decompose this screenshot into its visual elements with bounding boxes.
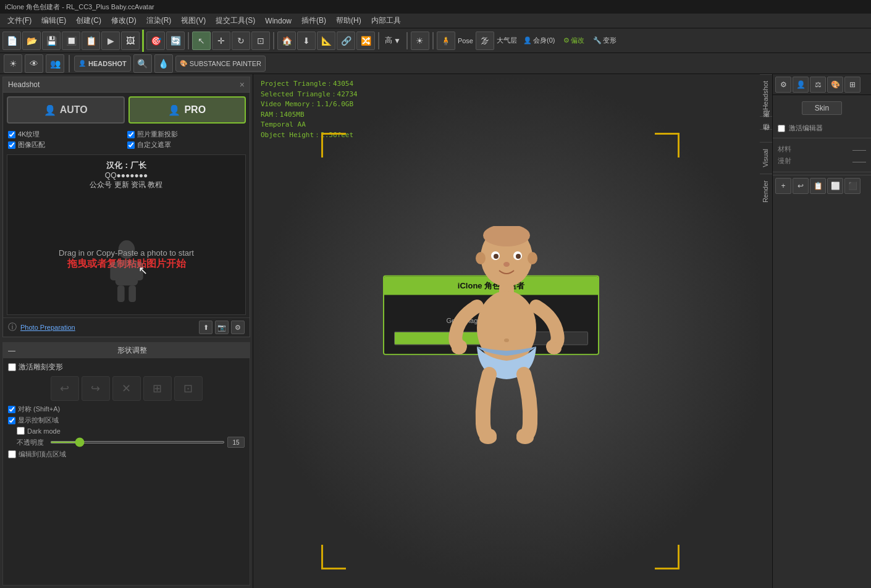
prep-icon-camera[interactable]: 📷: [215, 321, 229, 334]
tab-headshot[interactable]: Headshot: [760, 74, 772, 116]
prep-icon-upload[interactable]: ⬆: [199, 321, 212, 334]
toolbar-icon12[interactable]: 🔗: [337, 32, 355, 50]
svg-point-21: [516, 432, 534, 444]
right-tb-icon2[interactable]: 👤: [793, 77, 809, 93]
menu-plugin[interactable]: 插件(B): [297, 14, 331, 27]
menu-edit[interactable]: 编辑(E): [36, 14, 71, 27]
title-text: iClone 角色创建者 - RL_CC3_Plus Baby.ccAvatar: [5, 2, 154, 12]
substance-painter-btn[interactable]: 🎨 SUBSTANCE PAINTER: [175, 56, 266, 72]
tab-motion[interactable]: 动作: [760, 129, 772, 142]
right-bt-icon4[interactable]: ⬜: [827, 178, 843, 194]
toolbar-scale[interactable]: ⊡: [251, 32, 270, 50]
shape-adjust-collapse-btn[interactable]: —: [8, 346, 15, 355]
sculpt-checkbox[interactable]: [8, 363, 16, 371]
option-reproject-checkbox[interactable]: [127, 131, 135, 138]
tab-render[interactable]: Render: [760, 174, 772, 209]
menu-help[interactable]: 帮助(H): [331, 14, 366, 27]
toolbar-sun[interactable]: ☀: [411, 32, 429, 50]
right-bt-icon3[interactable]: 📋: [810, 178, 826, 194]
svg-point-17: [504, 338, 509, 342]
toolbar-home[interactable]: 🏠: [277, 32, 296, 50]
opacity-slider[interactable]: [50, 441, 225, 443]
option-4k-checkbox[interactable]: [8, 131, 15, 138]
toolbar-sep4: [406, 32, 408, 49]
right-tb-color[interactable]: 🎨: [827, 77, 843, 93]
photo-prep-info-icon[interactable]: ⓘ: [8, 322, 17, 333]
headshot-close-button[interactable]: ×: [240, 80, 245, 90]
toolbar-move[interactable]: ✛: [212, 32, 230, 50]
menu-create[interactable]: 创建(C): [71, 14, 106, 27]
skin-tab[interactable]: Skin: [802, 101, 842, 115]
menu-render[interactable]: 渲染(R): [141, 14, 177, 27]
toolbar-icon13[interactable]: 🔀: [356, 32, 375, 50]
option-match-label: 图像匹配: [18, 140, 45, 149]
option-match-checkbox[interactable]: [8, 141, 15, 149]
tab-visual[interactable]: Visual: [760, 142, 772, 174]
menu-submit[interactable]: 提交工具(S): [211, 14, 260, 27]
option-mask-label: 自定义遮罩: [137, 140, 171, 149]
option-mask: 自定义遮罩: [127, 140, 245, 149]
menu-view[interactable]: 视图(V): [176, 14, 211, 27]
activate-editor-label: 激活编辑器: [789, 124, 823, 133]
tb2-icon1[interactable]: ☀: [4, 54, 22, 73]
option-4k: 4K纹理: [8, 130, 126, 139]
menu-file[interactable]: 文件(F): [2, 14, 36, 27]
viewport[interactable]: Project Triangle：43054 Selected Triangle…: [253, 74, 772, 588]
modify-dropdown[interactable]: ⚙ 偏改: [560, 36, 588, 45]
right-bottom-toolbar: + ↩ 📋 ⬜ ⬛: [773, 175, 871, 196]
prep-icon-settings[interactable]: ⚙: [231, 321, 245, 334]
auto-mode-button[interactable]: 👤 AUTO: [7, 96, 125, 124]
menu-window[interactable]: Window: [260, 15, 297, 27]
toolbar-icon10[interactable]: ⬇: [297, 32, 316, 50]
toolbar-select[interactable]: ↖: [192, 32, 211, 50]
toolbar-sep1: [188, 32, 189, 49]
toolbar-icon9[interactable]: 🔄: [166, 32, 185, 50]
tb2-icon3[interactable]: 👥: [46, 54, 64, 73]
toolbar-icon11[interactable]: 📐: [317, 32, 335, 50]
toolbar-new[interactable]: 📄: [2, 32, 21, 50]
menu-modify[interactable]: 修改(D): [106, 14, 141, 27]
pro-mode-button[interactable]: 👤 PRO: [128, 96, 246, 124]
shape-adjust-header: — 形状调整: [3, 343, 250, 358]
sculpt-add: ⊞: [143, 376, 172, 401]
toolbar-rotate[interactable]: ↻: [232, 32, 250, 50]
show-control-checkbox[interactable]: [8, 417, 15, 424]
session-dropdown[interactable]: 👤 会身(0): [520, 36, 558, 45]
toolbar-atmosphere[interactable]: 🌫: [476, 32, 494, 50]
right-tb-icon3[interactable]: ⚖: [810, 77, 826, 93]
edit-vertex-checkbox[interactable]: [8, 450, 16, 458]
right-bt-remove[interactable]: ↩: [793, 178, 809, 194]
toolbar-icon4[interactable]: 🔲: [62, 32, 80, 50]
option-4k-label: 4K纹理: [18, 130, 40, 139]
right-tb-grid[interactable]: ⊞: [844, 77, 860, 93]
tb2-icon5[interactable]: 💧: [154, 54, 173, 73]
dark-mode-checkbox[interactable]: [17, 427, 25, 435]
sculpt-clear: ✕: [112, 376, 141, 401]
opacity-row: 不透明度 15: [17, 437, 245, 448]
toolbar-icon6[interactable]: ▶: [101, 32, 120, 50]
toolbar-icon7[interactable]: 🖼: [121, 32, 140, 50]
morph-dropdown[interactable]: 🔧 变形: [589, 36, 620, 45]
toolbar-pose[interactable]: 🧍: [437, 32, 455, 50]
headshot-btn[interactable]: 👤 HEADSHOT: [74, 56, 131, 72]
option-mask-checkbox[interactable]: [127, 141, 135, 149]
tab-morph[interactable]: 形态: [760, 116, 772, 129]
photo-drop-area[interactable]: 汉化：厂长 QQ●●●●●●● 公众号 更新 资讯 教程 Drag in or …: [7, 154, 246, 315]
toolbar-save[interactable]: 💾: [42, 32, 61, 50]
toolbar-open[interactable]: 📂: [22, 32, 41, 50]
symmetry-checkbox[interactable]: [8, 406, 15, 413]
level-dropdown[interactable]: 高 ▼: [382, 35, 403, 46]
right-tb-settings[interactable]: ⚙: [775, 77, 791, 93]
tb2-icon2[interactable]: 👁: [25, 54, 43, 73]
right-bt-add[interactable]: +: [775, 178, 791, 194]
toolbar-icon8[interactable]: 🎯: [146, 32, 165, 50]
sculpt-undo: ↩: [51, 376, 79, 401]
show-control-row: 显示控制区域: [8, 416, 245, 425]
photo-prep-link[interactable]: Photo Preparation: [20, 324, 75, 331]
secondary-toolbar: ☀ 👁 👥 👤 HEADSHOT 🔍 💧 🎨 SUBSTANCE PAINTER: [0, 53, 871, 74]
activate-editor-checkbox[interactable]: [778, 125, 785, 132]
right-bt-icon5[interactable]: ⬛: [844, 178, 860, 194]
menu-internal[interactable]: 内部工具: [366, 14, 406, 27]
tb2-icon4[interactable]: 🔍: [133, 54, 152, 73]
toolbar-icon5[interactable]: 📋: [82, 32, 100, 50]
